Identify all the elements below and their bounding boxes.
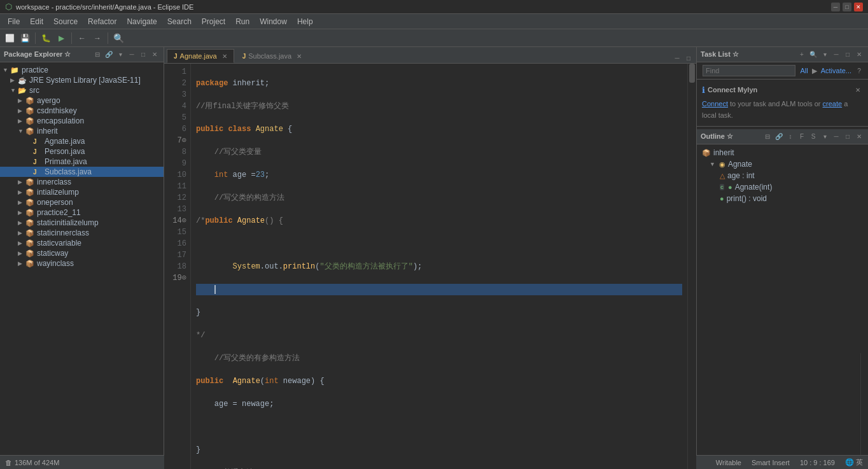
task-all-link[interactable]: All [800, 67, 808, 74]
menu-navigate[interactable]: Navigate [122, 16, 162, 27]
outline-menu[interactable]: ▾ [820, 132, 830, 142]
pe-menu[interactable]: ▾ [115, 50, 125, 60]
tab-agnate-java[interactable]: J Agnate.java ✕ [167, 49, 234, 63]
menu-edit[interactable]: Edit [25, 16, 48, 27]
toolbar-run[interactable]: ▶ [54, 31, 68, 45]
tree-label-agnate: Agnate.java [45, 137, 85, 146]
tree-item-src[interactable]: ▼ 📂 src [0, 85, 164, 95]
outline-item-age[interactable]: △ age : int [697, 170, 868, 181]
minimize-button[interactable]: ─ [831, 3, 840, 11]
package-icon-innerclass: 📦 [25, 178, 36, 186]
pe-link[interactable]: 🔗 [104, 50, 114, 60]
outline-hide-fields[interactable]: F [797, 132, 807, 142]
editor-minimize[interactable]: ─ [672, 53, 682, 63]
outline-sort[interactable]: ↕ [785, 132, 795, 142]
menu-refactor[interactable]: Refactor [83, 16, 122, 27]
toolbar-back[interactable]: ← [75, 31, 89, 45]
create-link[interactable]: create [823, 100, 843, 108]
tree-item-staticway[interactable]: ▶ 📦 staticway [0, 248, 164, 258]
pe-minimize[interactable]: ─ [127, 50, 137, 60]
tree-label-staticinnerclass: staticinnerclass [37, 228, 89, 237]
tree-item-subclass[interactable]: ▶ J Subclass.java [0, 167, 164, 177]
outline-maximize[interactable]: □ [843, 132, 853, 142]
toolbar-forward[interactable]: → [90, 31, 104, 45]
tree-item-practice2-11[interactable]: ▶ 📦 practice2_11 [0, 207, 164, 218]
code-editor[interactable]: package inherit; //用final关键字修饰父类 public … [191, 64, 687, 469]
menu-run[interactable]: Run [230, 16, 255, 27]
toolbar-debug[interactable]: 🐛 [39, 31, 53, 45]
tab-agnate-close[interactable]: ✕ [222, 53, 227, 60]
toolbar-new[interactable]: ⬜ [3, 31, 17, 45]
tree-item-practice[interactable]: ▼ 📁 practice [0, 65, 164, 75]
line-num-1: 1 [168, 66, 186, 78]
menu-search[interactable]: Search [162, 16, 197, 27]
outline-label-print: print() : void [727, 194, 767, 203]
tl-close[interactable]: ✕ [854, 50, 864, 60]
tab-subclass-label: Subclass.java [248, 52, 291, 60]
pe-close[interactable]: ✕ [150, 50, 160, 60]
outline-header: Outline ☆ ⊟ 🔗 ↕ F S ▾ ─ □ ✕ [697, 129, 868, 144]
tree-item-staticvariable[interactable]: ▶ 📦 staticvariable [0, 238, 164, 248]
tl-menu[interactable]: ▾ [820, 50, 830, 60]
task-activate-link[interactable]: Activate... [821, 67, 851, 74]
scrollbar-thumb[interactable] [689, 64, 695, 83]
tree-item-staticinitializelump[interactable]: ▶ 📦 staticinitializelump [0, 218, 164, 228]
outline-hide-static[interactable]: S [808, 132, 818, 142]
tree-item-agnate[interactable]: ▶ J Agnate.java [0, 136, 164, 146]
editor-area: J Agnate.java ✕ J Subclass.java ✕ ─ □ 1 [164, 47, 696, 469]
maximize-button[interactable]: □ [843, 3, 851, 11]
tree-item-intializelump[interactable]: ▶ 📦 intializelump [0, 187, 164, 197]
tab-subclass-java[interactable]: J Subclass.java ✕ [235, 49, 309, 63]
status-memory[interactable]: 🗑 136M of 424M [5, 459, 59, 466]
editor-maximize[interactable]: □ [683, 53, 694, 63]
menu-source[interactable]: Source [48, 16, 83, 27]
tl-new[interactable]: + [797, 50, 807, 60]
outline-label-inherit: inherit [713, 148, 734, 157]
tl-maximize[interactable]: □ [843, 50, 853, 60]
tree-item-encapsulation[interactable]: ▶ 📦 encapsulation [0, 116, 164, 126]
menu-help[interactable]: Help [292, 16, 318, 27]
connect-link[interactable]: Connect [702, 100, 728, 108]
outline-item-agnate[interactable]: ▼ ◉ Agnate [697, 158, 868, 170]
outline-collapse[interactable]: ⊟ [762, 132, 773, 142]
tree-item-jre[interactable]: ▶ ☕ JRE System Library [JavaSE-11] [0, 75, 164, 85]
src-folder-icon: 📂 [18, 87, 28, 95]
tl-filter[interactable]: 🔍 [808, 50, 818, 60]
connect-mylyn-close[interactable]: ✕ [853, 85, 863, 95]
outline-close[interactable]: ✕ [854, 132, 864, 142]
tab-subclass-close[interactable]: ✕ [297, 53, 302, 60]
tree-item-person[interactable]: ▶ J Person.java [0, 146, 164, 157]
outline-item-inherit[interactable]: 📦 inherit [697, 147, 868, 158]
menu-file[interactable]: File [3, 16, 25, 27]
outline-link[interactable]: 🔗 [774, 132, 784, 142]
tree-item-oneperson[interactable]: ▶ 📦 oneperson [0, 197, 164, 207]
tree-item-inherit[interactable]: ▼ 📦 inherit [0, 126, 164, 136]
toolbar-search[interactable]: 🔍 [111, 31, 125, 45]
line-num-14: 14⊙ [168, 215, 186, 227]
outline-item-print[interactable]: ● print() : void [697, 193, 868, 204]
menu-project[interactable]: Project [197, 16, 230, 27]
tl-minimize[interactable]: ─ [831, 50, 841, 60]
position-label: 10 : 9 : 169 [800, 459, 835, 466]
tree-item-primate[interactable]: ▶ J Primate.java [0, 157, 164, 167]
task-help[interactable]: ? [854, 66, 864, 76]
close-button[interactable]: ✕ [854, 3, 863, 11]
tree-item-innerclass[interactable]: ▶ 📦 innerclass [0, 177, 164, 187]
editor-scrollbar[interactable] [687, 64, 696, 469]
pe-maximize[interactable]: □ [138, 50, 148, 60]
tree-arrow-staticway: ▶ [18, 250, 25, 256]
tree-item-ayergo[interactable]: ▶ 📦 ayergo [0, 95, 164, 106]
outline-item-constructor[interactable]: c ● Agnate(int) [697, 181, 868, 193]
tree-item-csdnthiskey[interactable]: ▶ 📦 csdnthiskey [0, 106, 164, 116]
tree-item-staticinnerclass[interactable]: ▶ 📦 staticinnerclass [0, 228, 164, 238]
toolbar-save[interactable]: 💾 [18, 31, 32, 45]
tree-item-wayinclass[interactable]: ▶ 📦 wayinclass [0, 258, 164, 269]
pe-collapse-all[interactable]: ⊟ [92, 50, 102, 60]
menu-window[interactable]: Window [255, 16, 292, 27]
title-bar: ⬡ workspace - practice/src/inherit/Agnat… [0, 0, 868, 14]
tab-agnate-icon: J [174, 53, 178, 60]
task-find-input[interactable] [703, 65, 795, 76]
outline-minimize[interactable]: ─ [831, 132, 841, 142]
code-line-9: System.out.println("父类的构造方法被执行了"); [196, 261, 682, 272]
tree-label-ayergo: ayergo [37, 96, 60, 105]
